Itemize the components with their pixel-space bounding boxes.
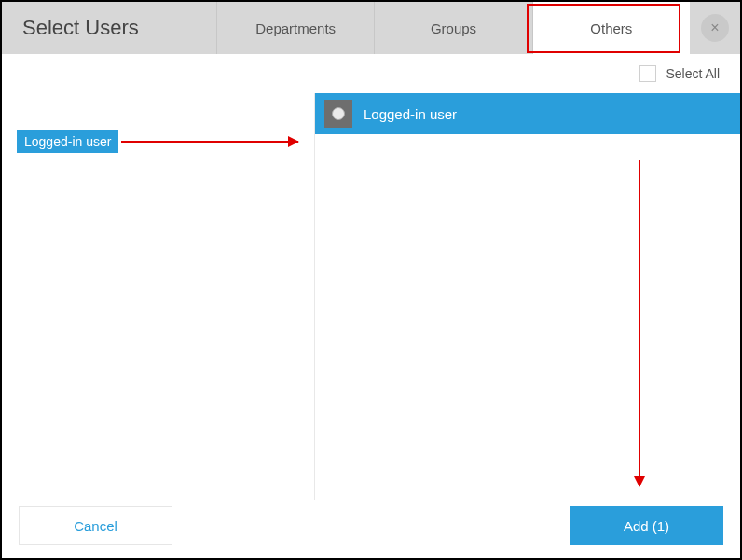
user-row-label: Logged-in user <box>364 106 457 122</box>
right-column: Logged-in user <box>314 93 740 500</box>
avatar-circle-icon <box>332 107 345 120</box>
dialog-header: Select Users Departments Groups Others × <box>2 2 740 54</box>
button-label: Add (1) <box>624 518 669 534</box>
tab-groups[interactable]: Groups <box>374 2 531 54</box>
select-all-checkbox[interactable] <box>639 65 656 82</box>
close-button[interactable]: × <box>701 14 729 42</box>
button-label: Cancel <box>74 518 117 534</box>
left-column <box>2 93 314 500</box>
select-all-row: Select All <box>2 54 740 93</box>
dialog-title: Select Users <box>2 2 216 54</box>
close-icon: × <box>710 20 719 36</box>
tab-departments[interactable]: Departments <box>216 2 374 54</box>
tab-label: Departments <box>255 20 336 36</box>
tab-others[interactable]: Others <box>532 2 690 54</box>
cancel-button[interactable]: Cancel <box>19 506 172 545</box>
add-button[interactable]: Add (1) <box>570 506 723 545</box>
tab-label: Others <box>590 20 632 36</box>
footer: Cancel Add (1) <box>2 500 740 558</box>
user-row-logged-in[interactable]: Logged-in user <box>315 93 740 134</box>
select-users-dialog: Select Users Departments Groups Others ×… <box>0 0 742 560</box>
select-all-label: Select All <box>666 66 720 81</box>
tab-label: Groups <box>431 20 476 36</box>
content: Logged-in user <box>2 93 740 500</box>
user-avatar-icon <box>324 100 352 128</box>
tabs: Departments Groups Others <box>216 2 690 54</box>
